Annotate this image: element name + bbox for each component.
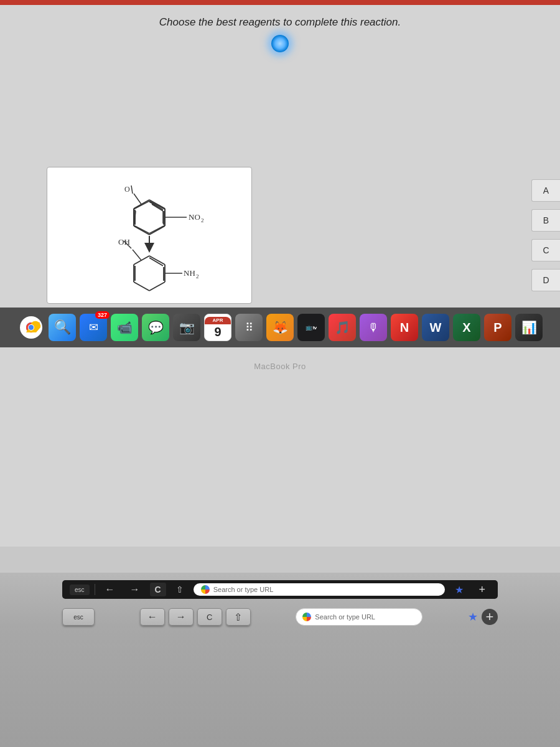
svg-text:O: O	[124, 185, 130, 194]
dock-messages[interactable]: 💬	[142, 314, 169, 341]
svg-line-8	[134, 226, 149, 235]
svg-line-18	[131, 186, 133, 194]
chemistry-svg: NO 2 O OH	[59, 176, 240, 294]
answer-btn-c[interactable]: C	[531, 239, 560, 261]
mail-badge: 327	[95, 311, 110, 319]
key-forward[interactable]: →	[169, 608, 194, 626]
dock-app-orange[interactable]: 🦊	[266, 314, 294, 341]
svg-line-25	[134, 282, 149, 291]
dock-chrome[interactable]	[17, 314, 45, 341]
keyboard-add[interactable]: +	[482, 609, 498, 625]
key-back[interactable]: ←	[140, 608, 165, 626]
key-esc[interactable]: esc	[62, 608, 95, 626]
browser-top-bar	[0, 0, 560, 5]
svg-line-10	[134, 200, 149, 209]
dock-calendar[interactable]: APR 9	[204, 314, 231, 341]
dock-music[interactable]: 🎵	[329, 314, 356, 341]
touchbar-search-text: Search or type URL	[213, 586, 274, 593]
svg-point-38	[29, 325, 34, 330]
dock-excel[interactable]: X	[453, 314, 480, 341]
dock-finder[interactable]: 🔍	[49, 314, 76, 341]
dock-news[interactable]: N	[391, 314, 418, 341]
svg-line-34	[133, 250, 141, 260]
reaction-diagram: NO 2 O OH	[47, 167, 252, 304]
svg-line-17	[134, 194, 141, 204]
answer-options: A B C D	[531, 179, 560, 291]
dock-powerpoint[interactable]: P	[484, 314, 511, 341]
touchbar-shift[interactable]: ⇧	[171, 583, 189, 596]
key-refresh[interactable]: C	[197, 608, 222, 626]
svg-text:NH: NH	[184, 268, 195, 278]
touchbar-separator	[95, 584, 95, 595]
question-text: Choose the best reagents to complete thi…	[0, 5, 560, 35]
touchbar-forward[interactable]: →	[125, 582, 145, 597]
touchbar-back[interactable]: ←	[100, 582, 120, 597]
touch-bar: esc ← → C ⇧ Search or type URL ★ +	[62, 580, 498, 599]
content-area: Choose the best reagents to complete thi…	[0, 5, 560, 547]
dock-stats[interactable]: 📊	[515, 314, 543, 341]
keyboard-star[interactable]: ★	[468, 610, 478, 624]
dock-mail[interactable]: ✉ 327	[80, 314, 107, 341]
dock-word[interactable]: W	[422, 314, 449, 341]
answer-btn-b[interactable]: B	[531, 209, 560, 232]
svg-line-22	[149, 256, 165, 265]
macbook-pro-label: MacBook Pro	[254, 362, 306, 371]
keyboard-search-label: Search or type URL	[315, 613, 375, 621]
key-shift[interactable]: ⇧	[226, 608, 251, 626]
dock-launchpad[interactable]: ⠿	[235, 314, 263, 341]
question-label: Choose the best reagents to complete thi…	[159, 16, 401, 28]
keyboard-area: esc ← → C ⇧ Search or type URL ★ + esc ←…	[0, 573, 560, 747]
dock-camera[interactable]: 📷	[173, 314, 200, 341]
keyboard-google-icon	[302, 613, 311, 621]
svg-line-7	[149, 226, 165, 235]
keyboard-search-bar[interactable]: Search or type URL	[296, 608, 422, 626]
touchbar-refresh[interactable]: C	[150, 583, 166, 596]
glow-indicator	[271, 35, 289, 52]
svg-text:2: 2	[201, 217, 204, 223]
laptop-screen: Choose the best reagents to complete thi…	[0, 5, 560, 547]
svg-text:NO: NO	[189, 212, 200, 222]
answer-btn-d[interactable]: D	[531, 269, 560, 291]
answer-btn-a[interactable]: A	[531, 179, 560, 202]
google-icon	[201, 585, 210, 594]
svg-text:2: 2	[196, 273, 199, 280]
dock-podcasts[interactable]: 🎙	[360, 314, 387, 341]
keyboard-function-row: esc ← → C ⇧ Search or type URL ★ +	[62, 608, 498, 626]
svg-line-24	[149, 282, 165, 291]
touchbar-search[interactable]: Search or type URL	[194, 583, 446, 596]
dock-appletv[interactable]: 📺tv	[297, 314, 325, 341]
touchbar-bookmark[interactable]: ★	[450, 582, 469, 598]
touchbar-esc[interactable]: esc	[70, 585, 90, 595]
touchbar-add-tab[interactable]: +	[474, 581, 490, 598]
svg-line-27	[134, 256, 149, 265]
dock-facetime[interactable]: 📹	[111, 314, 138, 341]
macos-dock: 🔍 ✉ 327 📹 💬 📷 APR 9 ⠿ 🦊 📺tv 🎵 🎙 N W	[0, 308, 560, 347]
